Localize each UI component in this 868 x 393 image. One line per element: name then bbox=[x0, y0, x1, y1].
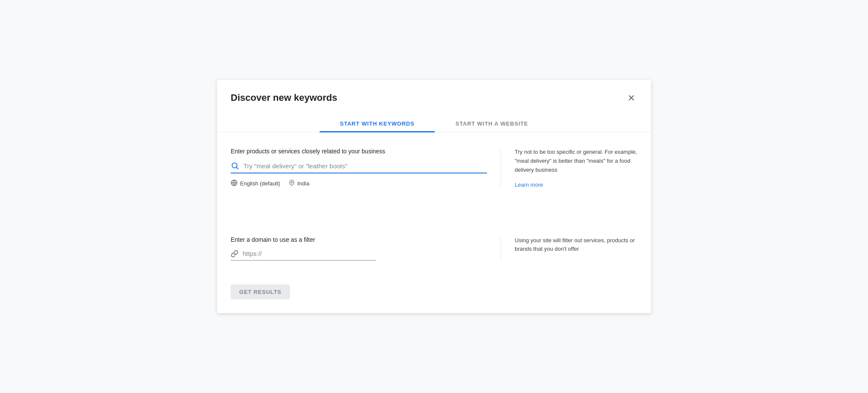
modal-body: Enter products or services closely relat… bbox=[217, 132, 651, 274]
section2-right: Using your site will filter out services… bbox=[501, 236, 637, 261]
tab-start-with-keywords[interactable]: START WITH KEYWORDS bbox=[320, 115, 435, 132]
modal-header: Discover new keywords bbox=[217, 80, 651, 105]
language-selector[interactable]: English (default) bbox=[231, 179, 280, 188]
learn-more-link[interactable]: Learn more bbox=[515, 182, 543, 188]
search-icon bbox=[231, 161, 239, 170]
section1-right: Try not to be too specific or general. F… bbox=[501, 148, 637, 188]
keyword-search-input[interactable] bbox=[243, 162, 487, 170]
section2-container: Enter a domain to use as a filter Using … bbox=[231, 236, 637, 261]
get-results-button[interactable]: GET RESULTS bbox=[231, 284, 290, 299]
language-icon bbox=[231, 179, 238, 188]
keyword-input-wrapper bbox=[231, 161, 487, 173]
section-divider bbox=[231, 204, 637, 224]
language-label: English (default) bbox=[240, 180, 280, 187]
discover-keywords-modal: Discover new keywords START WITH KEYWORD… bbox=[217, 80, 651, 313]
tab-start-with-website[interactable]: START WITH A WEBSITE bbox=[435, 115, 548, 132]
section1-hint: Try not to be too specific or general. F… bbox=[515, 148, 637, 174]
location-label: India bbox=[297, 180, 309, 187]
section1-container: Enter products or services closely relat… bbox=[231, 148, 637, 188]
tabs-container: START WITH KEYWORDS START WITH A WEBSITE bbox=[217, 115, 651, 132]
link-icon bbox=[231, 250, 238, 258]
location-selector[interactable]: India bbox=[289, 179, 309, 188]
location-icon bbox=[289, 179, 295, 188]
close-icon bbox=[627, 94, 636, 102]
section1-left: Enter products or services closely relat… bbox=[231, 148, 501, 188]
close-button[interactable] bbox=[625, 92, 637, 105]
section1-label: Enter products or services closely relat… bbox=[231, 148, 487, 155]
section2-hint: Using your site will filter out services… bbox=[515, 236, 637, 254]
svg-point-2 bbox=[291, 182, 293, 183]
domain-input[interactable] bbox=[243, 250, 376, 257]
modal-footer: GET RESULTS bbox=[217, 274, 651, 313]
section2-label: Enter a domain to use as a filter bbox=[231, 236, 487, 243]
section2-left: Enter a domain to use as a filter bbox=[231, 236, 501, 261]
domain-input-wrapper bbox=[231, 250, 376, 261]
modal-title: Discover new keywords bbox=[231, 92, 337, 104]
locale-row: English (default) India bbox=[231, 179, 487, 188]
